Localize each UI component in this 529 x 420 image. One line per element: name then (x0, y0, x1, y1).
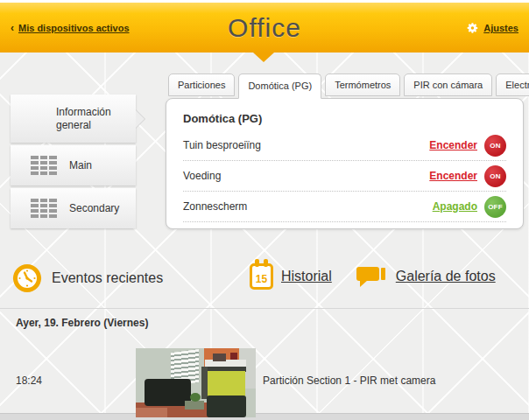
device-action-link[interactable]: Encender (429, 139, 477, 151)
page-title: Office (0, 13, 529, 43)
calendar-icon: 15 (250, 263, 273, 290)
header-pointer (253, 52, 274, 62)
sidebar-item-informacion-general[interactable]: Información general (11, 94, 136, 143)
event-photo-thumbnail[interactable] (136, 348, 256, 417)
events-header: Eventos recientes (12, 263, 163, 293)
sidebar-item-label: Secondary (69, 202, 119, 215)
device-row: Zonnescherm Apagado OFF (183, 192, 506, 222)
grid-icon (31, 156, 57, 175)
calendar-day: 15 (256, 272, 267, 287)
app-window: ‹ Mis dispositivos activos Office Ajuste… (0, 0, 529, 420)
domotica-panel: Domótica (PG) Tuin besproeiïng Encender … (166, 98, 524, 229)
tab-particiones[interactable]: Particiones (168, 74, 235, 96)
divider (0, 308, 529, 309)
settings-label: Ajustes (483, 23, 518, 33)
event-date-header: Ayer, 19. Febrero (Viernes) (16, 317, 148, 329)
event-description: Partición Section 1 - PIR met camera (263, 374, 435, 387)
sidebar-item-label: Main (69, 159, 92, 172)
device-action-link[interactable]: Encender (429, 170, 477, 182)
sidebar: Información general Main Secondary (11, 94, 136, 231)
window-bottom-edge (0, 413, 529, 420)
device-row: Tuin besproeiïng Encender ON (183, 130, 506, 161)
device-state-badge: ON (484, 165, 506, 187)
device-state-badge: OFF (484, 196, 506, 218)
device-name: Tuin besproeiïng (183, 139, 261, 151)
gear-icon (467, 22, 479, 34)
grid-icon (31, 199, 57, 218)
history-link[interactable]: Historial (281, 269, 332, 284)
header-bar: ‹ Mis dispositivos activos Office Ajuste… (0, 3, 529, 52)
sidebar-item-main[interactable]: Main (11, 145, 136, 186)
tab-pir-con-camara[interactable]: PIR con cámara (404, 74, 492, 96)
event-time: 18:24 (16, 374, 42, 387)
tab-bar: Particiones Domótica (PG) Termómetros PI… (168, 74, 529, 99)
device-action-link[interactable]: Apagado (433, 200, 477, 213)
panel-title: Domótica (PG) (183, 112, 506, 125)
events-links: 15 Historial Galería de fotos (250, 263, 496, 290)
events-section-title: Eventos recientes (52, 270, 163, 286)
settings-link[interactable]: Ajustes (467, 22, 518, 34)
device-state-badge: ON (484, 135, 506, 157)
device-name: Voeding (183, 170, 221, 182)
gallery-link[interactable]: Galería de fotos (396, 269, 496, 284)
sidebar-item-secondary[interactable]: Secondary (11, 188, 136, 228)
camera-icon (356, 266, 388, 287)
tab-termometros[interactable]: Termómetros (325, 74, 400, 96)
tab-electrometros[interactable]: Electrómetros (496, 74, 529, 96)
device-name: Zonnescherm (183, 200, 247, 213)
clock-icon (12, 263, 42, 293)
tab-domotica[interactable]: Domótica (PG) (238, 74, 321, 99)
sidebar-item-label: Información general (11, 106, 136, 132)
device-row: Voeding Encender ON (183, 161, 506, 192)
